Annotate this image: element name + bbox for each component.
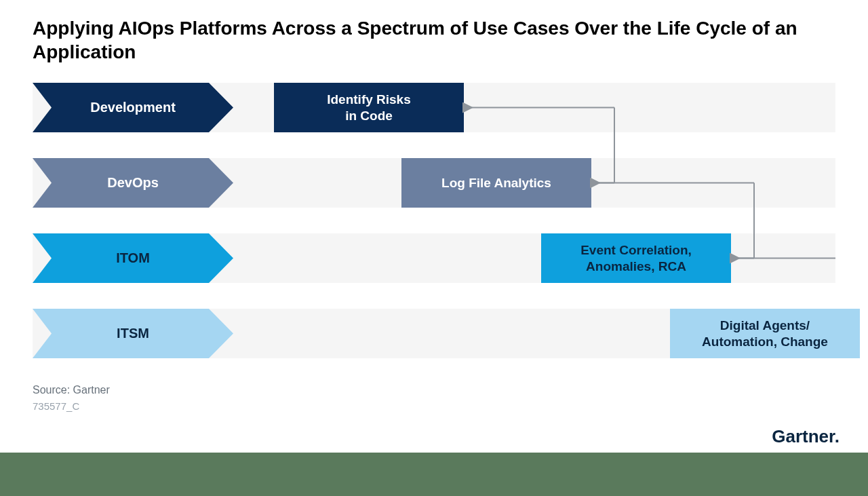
gartner-logo: Gartner.: [772, 426, 840, 447]
stage-arrow: DevOps: [33, 158, 233, 208]
use-case-box: Digital Agents/Automation, Change: [670, 309, 860, 358]
stage-arrow: ITSM: [33, 309, 233, 358]
stage-arrow: ITOM: [33, 233, 233, 283]
diagram-rows: Development Identify Risksin Code DevOps…: [33, 83, 835, 358]
use-case-box: Identify Risksin Code: [274, 83, 464, 132]
use-case-box: Log File Analytics: [401, 158, 591, 208]
diagram-row: DevOps Log File Analytics: [33, 158, 835, 208]
bottom-bar: [0, 453, 868, 496]
document-id: 735577_C: [33, 400, 835, 412]
use-case-box: Event Correlation,Anomalies, RCA: [541, 233, 731, 283]
diagram-title: Applying AIOps Platforms Across a Spectr…: [33, 16, 835, 64]
stage-arrow: Development: [33, 83, 233, 132]
source-label: Source: Gartner: [33, 384, 835, 396]
diagram-row: ITSM Digital Agents/Automation, Change: [33, 309, 835, 358]
diagram-row: ITOM Event Correlation,Anomalies, RCA: [33, 233, 835, 283]
diagram-row: Development Identify Risksin Code: [33, 83, 835, 132]
